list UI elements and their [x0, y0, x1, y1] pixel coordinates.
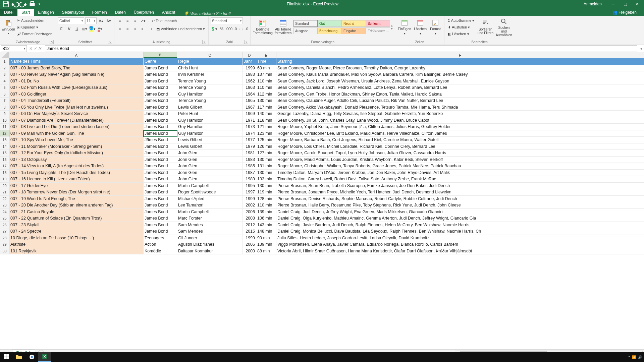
fill-button[interactable]: ⬇Ausfüllen ▾ [446, 24, 476, 30]
tab-freigeben[interactable]: 👥 Freigeben [608, 9, 641, 16]
expand-formula-icon[interactable]: ▾ [639, 46, 644, 51]
style-ausgabe[interactable]: Ausgabe [293, 27, 318, 34]
styles-more-button[interactable]: ▴▾ [391, 24, 393, 31]
maximize-icon[interactable]: ▢ [620, 1, 631, 7]
increase-font-icon[interactable]: A▴ [98, 17, 104, 24]
increase-decimal-icon[interactable]: .0→ [234, 25, 240, 32]
style-schlecht[interactable]: Schlecht [366, 20, 390, 27]
name-box[interactable]: B12▾ [1, 45, 27, 52]
svg-rect-8 [260, 21, 262, 22]
svg-rect-1 [4, 4, 8, 7]
group-cells: Zellen [397, 40, 442, 44]
tab-formeln[interactable]: Formeln [88, 9, 111, 16]
align-top-icon[interactable]: ≡ [116, 17, 123, 24]
launcher-icon[interactable]: ↘ [202, 40, 206, 44]
align-right-icon[interactable]: ≡ [132, 25, 139, 32]
align-bottom-icon[interactable]: ≡ [132, 17, 139, 24]
font-color-button[interactable]: A▾ [97, 25, 103, 32]
tab-datei[interactable]: Datei [0, 9, 17, 16]
format-painter-button[interactable]: 🖌Format übertragen [16, 31, 54, 37]
launcher-icon[interactable]: ↘ [50, 40, 54, 44]
group-font: Schriftart↘ [58, 40, 112, 44]
number-format-combo[interactable]: Standard▾ [211, 17, 243, 24]
cancel-formula-icon[interactable]: ✕ [29, 46, 33, 51]
quickprint-icon[interactable] [28, 1, 36, 7]
orientation-icon[interactable]: ⤢▾ [140, 17, 146, 24]
sign-in-link[interactable]: Anmelden [584, 2, 606, 6]
lightbulb-icon: 💡 [184, 11, 189, 16]
find-select-button[interactable]: Suchen und Auswählen [495, 17, 513, 37]
tab-daten[interactable]: Daten [111, 9, 130, 16]
insert-cells-button[interactable]: Einfügen▾ [397, 17, 412, 37]
tab-ueberpruefen[interactable]: Überprüfen [130, 9, 158, 16]
wrap-icon: ↩ [152, 19, 155, 23]
title-bar: ▾ Filmliste.xlsx - Excel Preview Anmelde… [0, 0, 644, 8]
tab-start[interactable]: Start [17, 9, 34, 16]
save-icon[interactable] [2, 1, 10, 7]
share-icon: 👥 [612, 10, 619, 15]
conditional-format-button[interactable]: Bedingte Formatierung [253, 17, 273, 37]
ribbon: Einfügen▾ ✂Ausschneiden ⎘Kopieren ▾ 🖌For… [0, 16, 644, 45]
style-berechnung[interactable]: Berechnung [318, 27, 342, 34]
undo-icon[interactable] [11, 1, 19, 7]
cut-button[interactable]: ✂Ausschneiden [16, 17, 54, 23]
copy-button[interactable]: ⎘Kopieren ▾ [16, 24, 54, 30]
delete-cells-button[interactable]: Löschen▾ [413, 17, 428, 37]
align-left-icon[interactable]: ≡ [116, 25, 123, 32]
svg-rect-18 [418, 20, 423, 22]
redo-icon[interactable] [19, 1, 28, 7]
launcher-icon[interactable]: ↘ [108, 40, 112, 44]
merge-icon: ⬒ [156, 27, 160, 31]
paste-button[interactable]: Einfügen▾ [2, 17, 15, 37]
accounting-icon[interactable]: 💲▾ [211, 25, 217, 32]
svg-rect-12 [280, 20, 286, 22]
tab-ansicht[interactable]: Ansicht [158, 9, 179, 16]
eraser-icon: ◧ [448, 32, 451, 36]
tell-me[interactable]: 💡Was möchten Sie tun? [184, 11, 231, 16]
svg-rect-16 [402, 20, 408, 22]
fill-color-button[interactable]: 🪣▾ [89, 25, 96, 32]
minimize-icon[interactable]: ─ [608, 1, 619, 7]
formula-bar: B12▾ ✕ ✓ fx James Bond ▾ [0, 45, 644, 52]
borders-button[interactable]: ⊞▾ [81, 25, 88, 32]
decrease-decimal-icon[interactable]: ←.0 [241, 25, 248, 32]
svg-rect-9 [263, 21, 265, 22]
enter-formula-icon[interactable]: ✓ [34, 46, 37, 51]
launcher-icon[interactable]: ↘ [244, 40, 248, 44]
customize-qat-icon[interactable]: ▾ [37, 1, 42, 7]
svg-rect-10 [260, 23, 262, 25]
align-center-icon[interactable]: ≡ [124, 25, 131, 32]
percent-icon[interactable]: % [218, 25, 225, 32]
ribbon-tabs: Datei Start Einfügen Seitenlayout Formel… [0, 8, 644, 16]
tab-einfuegen[interactable]: Einfügen [34, 9, 58, 16]
close-icon[interactable]: ✕ [632, 1, 643, 7]
style-erklaerender[interactable]: Erklärender … [366, 27, 390, 34]
svg-rect-0 [4, 2, 7, 3]
format-cells-button[interactable]: Format▾ [429, 17, 442, 37]
merge-center-button[interactable]: ⬒Verbinden und zentrieren ▾ [155, 26, 206, 32]
style-neutral[interactable]: Neutral [342, 20, 366, 27]
font-name-combo[interactable]: Calibri▾ [58, 17, 84, 24]
style-eingabe[interactable]: Eingabe [342, 27, 366, 34]
sort-filter-button[interactable]: Sortieren und Filtern [477, 17, 494, 37]
copy-icon: ⎘ [17, 25, 19, 29]
format-as-table-button[interactable]: Als Tabelle formatieren [274, 17, 292, 37]
autosum-button[interactable]: ΣAutoSumme ▾ [446, 17, 476, 23]
decrease-font-icon[interactable]: A▾ [105, 17, 112, 24]
style-standard[interactable]: Standard [293, 20, 318, 27]
brush-icon: 🖌 [17, 32, 21, 36]
clear-button[interactable]: ◧Löschen ▾ [446, 31, 476, 37]
bold-button[interactable]: F [58, 25, 65, 32]
increase-indent-icon[interactable]: ⇥ [147, 25, 154, 32]
underline-button[interactable]: U [73, 25, 80, 32]
italic-button[interactable]: K [66, 25, 72, 32]
tab-seitenlayout[interactable]: Seitenlayout [58, 9, 88, 16]
align-middle-icon[interactable]: ≡ [124, 17, 131, 24]
fx-icon[interactable]: fx [39, 46, 42, 51]
formula-input[interactable]: James Bond [45, 45, 637, 52]
thousands-icon[interactable]: 000 [226, 25, 233, 32]
decrease-indent-icon[interactable]: ⇤ [140, 25, 146, 32]
font-size-combo[interactable]: 11▾ [85, 17, 97, 24]
style-gut[interactable]: Gut [318, 20, 342, 27]
wrap-text-button[interactable]: ↩Textumbruch [150, 18, 178, 24]
